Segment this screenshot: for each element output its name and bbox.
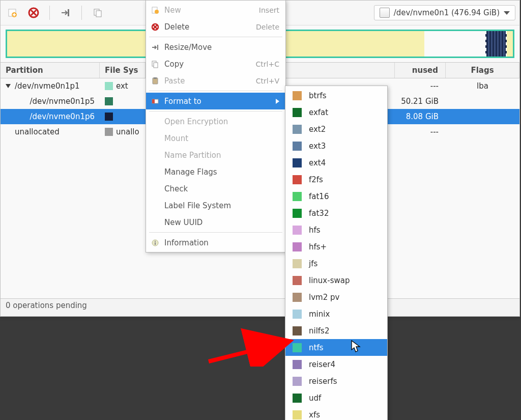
- format-item-minix[interactable]: minix: [285, 305, 387, 322]
- fs-color-swatch: [293, 410, 302, 419]
- context-menu: NewInsertDeleteDeleteResize/MoveCopyCtrl…: [146, 0, 286, 253]
- fs-name: udf: [309, 394, 321, 403]
- col-unused[interactable]: nused: [395, 63, 446, 78]
- menu-item-label-file-system[interactable]: Label File System: [146, 197, 285, 214]
- format-item-hfs-[interactable]: hfs+: [285, 238, 387, 255]
- toolbar-separator: [49, 6, 50, 20]
- svg-point-7: [155, 10, 159, 14]
- svg-rect-13: [154, 77, 157, 79]
- partition-name: /dev/nvme0n1p5: [30, 97, 95, 106]
- blank-icon: [151, 185, 159, 193]
- menu-item-accel: Delete: [256, 23, 279, 31]
- svg-rect-5: [96, 11, 101, 17]
- device-selector[interactable]: /dev/nvme0n1 (476.94 GiB): [374, 5, 515, 20]
- menu-item-accel: Ctrl+C: [256, 60, 279, 68]
- cell-partition: unallocated: [1, 127, 100, 136]
- menu-item-label: Mount: [164, 134, 279, 143]
- menu-item-check[interactable]: Check: [146, 180, 285, 197]
- cell-fs: [100, 113, 146, 121]
- menu-item-name-partition: Name Partition: [146, 147, 285, 163]
- fs-name: ext4: [309, 158, 326, 167]
- menu-item-label: Resize/Move: [164, 43, 279, 52]
- blank-icon: [151, 134, 159, 143]
- cell-unused: ---: [395, 81, 446, 91]
- menu-item-open-encryption: Open Encryption: [146, 113, 285, 130]
- format-submenu: btrfsexfatext2ext3ext4f2fsfat16fat32hfsh…: [285, 86, 388, 420]
- menu-separator: [149, 91, 282, 91]
- svg-rect-3: [68, 9, 69, 16]
- col-flags[interactable]: Flags: [446, 63, 519, 78]
- resize-move-btn[interactable]: [58, 5, 73, 20]
- fs-name: xfs: [309, 410, 320, 419]
- format-item-lvm2-pv[interactable]: lvm2 pv: [285, 289, 387, 305]
- copy-btn[interactable]: [90, 5, 105, 20]
- toolbar-separator: [81, 6, 82, 20]
- fs-name: lvm2 pv: [309, 293, 339, 302]
- format-item-f2fs[interactable]: f2fs: [285, 171, 387, 188]
- delete-icon: [151, 23, 159, 31]
- fs-label: ext: [116, 81, 128, 91]
- expander-icon[interactable]: [6, 84, 11, 88]
- format-item-ext2[interactable]: ext2: [285, 121, 387, 137]
- new-partition-btn[interactable]: [5, 5, 20, 20]
- new-icon: [151, 6, 159, 14]
- menu-item-new-uuid[interactable]: New UUID: [146, 214, 285, 231]
- fs-name: jfs: [309, 259, 317, 268]
- cell-unused: ---: [395, 127, 446, 136]
- fs-name: fat32: [309, 209, 329, 218]
- status-text: 0 operations pending: [6, 301, 87, 310]
- format-item-jfs[interactable]: jfs: [285, 255, 387, 272]
- fs-color-swatch: [293, 209, 302, 218]
- format-item-xfs[interactable]: xfs: [285, 406, 387, 420]
- menu-item-label: Check: [164, 184, 279, 193]
- menu-separator: [149, 111, 282, 111]
- menu-item-mount: Mount: [146, 130, 285, 147]
- col-partition[interactable]: Partition: [1, 63, 100, 78]
- menu-item-copy[interactable]: CopyCtrl+C: [146, 55, 285, 72]
- fs-color-swatch: [293, 158, 302, 167]
- format-item-hfs[interactable]: hfs: [285, 221, 387, 238]
- fs-name: exfat: [309, 108, 328, 117]
- cell-fs: unallo: [100, 127, 146, 136]
- menu-item-label: Label File System: [164, 201, 279, 210]
- fs-color-swatch: [293, 91, 302, 100]
- fs-swatch: [105, 113, 113, 121]
- menu-separator: [149, 37, 282, 37]
- format-item-btrfs[interactable]: btrfs: [285, 87, 387, 104]
- fs-color-swatch: [293, 108, 302, 117]
- svg-rect-9: [157, 45, 158, 50]
- cell-flags: lba: [446, 81, 519, 91]
- menu-item-resize-move[interactable]: Resize/Move: [146, 39, 285, 55]
- format-item-fat16[interactable]: fat16: [285, 188, 387, 205]
- menu-item-label: Manage Flags: [164, 167, 279, 177]
- menu-item-information[interactable]: Information: [146, 234, 285, 251]
- format-item-udf[interactable]: udf: [285, 389, 387, 406]
- menu-item-accel: Ctrl+V: [256, 77, 279, 85]
- menu-item-label: Information: [164, 238, 279, 247]
- fs-name: hfs+: [309, 242, 327, 251]
- map-free-segment[interactable]: [424, 31, 485, 57]
- format-item-ext4[interactable]: ext4: [285, 154, 387, 171]
- delete-partition-btn[interactable]: [26, 5, 41, 20]
- fs-swatch: [105, 82, 113, 90]
- format-item-ext3[interactable]: ext3: [285, 137, 387, 154]
- copy-icon: [151, 60, 159, 68]
- menu-item-delete[interactable]: DeleteDelete: [146, 18, 285, 35]
- map-selected-segment[interactable]: [485, 31, 507, 57]
- format-item-exfat[interactable]: exfat: [285, 104, 387, 121]
- svg-rect-18: [155, 241, 156, 242]
- menu-item-format-to[interactable]: Format to: [146, 93, 285, 109]
- col-filesystem[interactable]: File Sys: [100, 63, 146, 78]
- fs-color-swatch: [293, 142, 302, 151]
- format-item-fat32[interactable]: fat32: [285, 205, 387, 221]
- fs-name: reiserfs: [309, 377, 337, 386]
- fs-name: hfs: [309, 226, 321, 235]
- blank-icon: [151, 118, 159, 126]
- submenu-arrow-icon: [276, 99, 279, 104]
- menu-item-manage-flags[interactable]: Manage Flags: [146, 163, 285, 180]
- fs-label: unallo: [116, 127, 139, 136]
- format-item-linux-swap[interactable]: linux-swap: [285, 272, 387, 289]
- format-item-reiserfs[interactable]: reiserfs: [285, 373, 387, 389]
- fs-color-swatch: [293, 259, 302, 268]
- cell-partition: /dev/nvme0n1p6: [1, 112, 100, 121]
